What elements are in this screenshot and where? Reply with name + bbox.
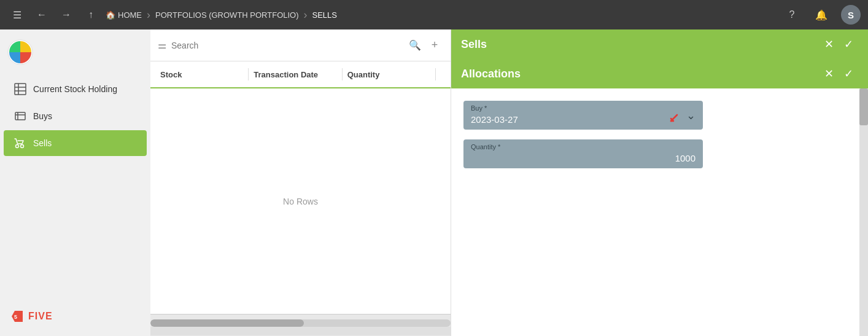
red-arrow-icon [666,111,681,126]
five-label: FIVE [28,311,53,322]
five-logo: 5 FIVE [10,309,53,324]
buy-field-value: 2023-03-27 [471,114,696,125]
svg-text:5: 5 [14,314,17,320]
right-scrollbar-thumb[interactable] [859,88,868,125]
sells-close-button[interactable]: ✕ [819,34,839,54]
five-logo-icon: 5 [10,309,25,324]
table-header: Stock Transaction Date Quantity [150,61,451,88]
home-label: HOME [118,10,142,20]
svg-rect-1 [15,84,26,95]
allocations-close-button[interactable]: ✕ [819,64,839,84]
sidebar-item-label: Buys [33,111,52,121]
back-button[interactable]: ← [32,5,52,25]
sidebar-item-buys[interactable]: Buys [4,103,147,129]
svg-point-8 [16,145,19,148]
buy-field-label: Buy * [471,104,696,112]
app-logo-icon [7,39,33,65]
avatar[interactable]: S [841,5,861,25]
add-button[interactable]: + [426,37,443,54]
sells-panel-header: Sells ✕ ✓ [451,29,868,59]
right-scrollbar[interactable] [859,88,868,336]
up-button[interactable]: ↑ [81,5,101,25]
breadcrumb-sep-1: › [147,9,150,21]
home-icon: 🏠 [106,10,115,20]
quantity-field-label: Quantity * [471,143,696,150]
topbar: ☰ ← → ↑ 🏠 HOME › PORTFOLIOS (GROWTH PORT… [0,0,868,29]
scrollbar-thumb[interactable] [150,319,304,327]
col-stock: Stock [160,70,243,79]
col-quantity: Quantity [347,70,430,79]
col-divider-3 [435,68,436,80]
portfolios-nav[interactable]: PORTFOLIOS (GROWTH PORTFOLIO) [155,10,299,20]
table-footer [150,314,451,336]
buys-icon [14,109,27,123]
right-panel: Sells ✕ ✓ Allocations ✕ ✓ Buy * 2023-03-… [451,29,868,336]
topbar-right: ? 🔔 S [782,5,861,25]
buy-field[interactable]: Buy * 2023-03-27 ⌄ [463,101,703,130]
svg-rect-5 [15,112,25,120]
search-bar: ⚌ 🔍 + [150,29,451,61]
breadcrumb: 🏠 HOME › PORTFOLIOS (GROWTH PORTFOLIO) ›… [106,9,777,21]
svg-point-9 [21,145,24,148]
col-divider-2 [342,68,343,80]
left-panel: ⚌ 🔍 + Stock Transaction Date Quantity No… [150,29,451,336]
sells-icon [14,136,27,150]
sells-nav: SELLS [312,10,337,20]
hamburger-menu-button[interactable]: ☰ [7,5,27,25]
logo [0,34,150,75]
filter-icon: ⚌ [158,39,166,51]
search-icon: 🔍 [409,39,421,51]
allocations-title: Allocations [461,68,819,80]
sidebar-item-current-stock[interactable]: Current Stock Holding [4,76,147,102]
quantity-field[interactable]: Quantity * 1000 [463,139,703,168]
no-rows-label: No Rows [283,197,318,206]
allocations-panel-header: Allocations ✕ ✓ [451,59,868,88]
content-area: ⚌ 🔍 + Stock Transaction Date Quantity No… [150,29,868,336]
allocations-confirm-button[interactable]: ✓ [839,64,858,84]
table-icon [14,82,27,96]
sidebar-item-label: Sells [33,138,52,148]
sidebar-item-label: Current Stock Holding [33,84,117,94]
allocations-content: Buy * 2023-03-27 ⌄ Quantity * 1000 [451,88,868,336]
notifications-button[interactable]: 🔔 [812,5,831,25]
sells-title: Sells [461,38,819,51]
main-layout: Current Stock Holding Buys Sells [0,29,868,336]
sidebar-footer: 5 FIVE [0,302,150,331]
table-body: No Rows [150,88,451,314]
col-transaction-date: Transaction Date [254,70,336,79]
sells-confirm-button[interactable]: ✓ [839,34,858,54]
home-nav[interactable]: 🏠 HOME [106,10,142,20]
search-input[interactable] [171,41,404,50]
dropdown-arrow-icon: ⌄ [686,109,696,122]
help-button[interactable]: ? [782,5,802,25]
breadcrumb-sep-2: › [304,9,308,21]
sidebar-item-sells[interactable]: Sells [4,130,147,156]
quantity-field-value: 1000 [471,153,696,163]
sidebar: Current Stock Holding Buys Sells [0,29,150,336]
forward-button[interactable]: → [56,5,76,25]
col-divider-1 [248,68,249,80]
